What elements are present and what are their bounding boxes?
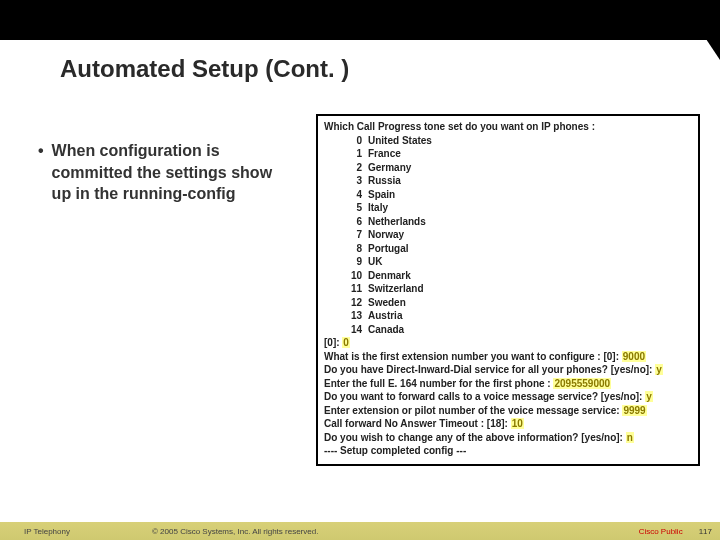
first-ext-label: What is the first extension number you w… — [324, 351, 622, 362]
tone-option-number: 3 — [324, 174, 368, 188]
tone-option: 13Austria — [324, 309, 692, 323]
tone-select-label: [0]: — [324, 337, 342, 348]
tone-option-number: 13 — [324, 309, 368, 323]
bullet-text: When configuration is committed the sett… — [52, 140, 288, 205]
tone-option-number: 4 — [324, 188, 368, 202]
e164-value: 2095559000 — [553, 378, 611, 389]
tone-option-number: 0 — [324, 134, 368, 148]
tone-option-number: 12 — [324, 296, 368, 310]
tone-option-name: Denmark — [368, 269, 411, 283]
e164-label: Enter the full E. 164 number for the fir… — [324, 378, 553, 389]
tone-option: 14Canada — [324, 323, 692, 337]
tone-option-number: 7 — [324, 228, 368, 242]
tone-option-name: Italy — [368, 201, 388, 215]
tone-option-number: 14 — [324, 323, 368, 337]
tone-option: 4Spain — [324, 188, 692, 202]
change-value: n — [626, 432, 634, 443]
tone-option-name: Sweden — [368, 296, 406, 310]
terminal-output-box: Which Call Progress tone set do you want… — [316, 114, 700, 466]
bullet-block: • When configuration is committed the se… — [38, 140, 288, 205]
tone-option-name: Norway — [368, 228, 404, 242]
footer-public: Cisco Public — [639, 527, 683, 536]
tone-select-value: 0 — [342, 337, 350, 348]
vm-forward-label: Do you want to forward calls to a voice … — [324, 391, 645, 402]
tone-option-name: Austria — [368, 309, 402, 323]
tone-option-name: Netherlands — [368, 215, 426, 229]
vm-pilot-value: 9999 — [622, 405, 646, 416]
tone-option-number: 9 — [324, 255, 368, 269]
tone-option: 0United States — [324, 134, 692, 148]
terminal-prompt: Which Call Progress tone set do you want… — [324, 120, 692, 134]
tone-option: 12Sweden — [324, 296, 692, 310]
tone-option-number: 2 — [324, 161, 368, 175]
cfna-label: Call forward No Answer Timeout : [18]: — [324, 418, 511, 429]
setup-complete-line: ---- Setup completed config --- — [324, 444, 692, 458]
change-label: Do you wish to change any of the above i… — [324, 432, 626, 443]
did-value: y — [655, 364, 663, 375]
black-topbar — [0, 0, 720, 40]
tone-option-number: 1 — [324, 147, 368, 161]
tone-option-name: Switzerland — [368, 282, 424, 296]
tone-option-name: France — [368, 147, 401, 161]
bullet-dot: • — [38, 140, 44, 205]
tone-option-number: 8 — [324, 242, 368, 256]
tone-option-name: Russia — [368, 174, 401, 188]
tone-option: 5Italy — [324, 201, 692, 215]
tone-option-number: 10 — [324, 269, 368, 283]
first-ext-value: 9000 — [622, 351, 646, 362]
tone-option: 8Portugal — [324, 242, 692, 256]
tone-option: 7Norway — [324, 228, 692, 242]
tone-option: 6Netherlands — [324, 215, 692, 229]
tone-option-name: Canada — [368, 323, 404, 337]
cfna-value: 10 — [511, 418, 524, 429]
tone-option: 10Denmark — [324, 269, 692, 283]
footer-course: IP Telephony — [24, 527, 152, 536]
corner-triangle — [680, 0, 720, 60]
tone-option-name: Germany — [368, 161, 411, 175]
footer-page: 117 — [699, 527, 712, 536]
tone-option-number: 5 — [324, 201, 368, 215]
tone-option: 1France — [324, 147, 692, 161]
tone-option-name: United States — [368, 134, 432, 148]
tone-option: 3Russia — [324, 174, 692, 188]
did-label: Do you have Direct-Inward-Dial service f… — [324, 364, 655, 375]
vm-forward-value: y — [645, 391, 653, 402]
tone-option-name: Portugal — [368, 242, 409, 256]
footer-copyright: © 2005 Cisco Systems, Inc. All rights re… — [152, 527, 639, 536]
tone-option: 2Germany — [324, 161, 692, 175]
tone-option: 11Switzerland — [324, 282, 692, 296]
vm-pilot-label: Enter extension or pilot number of the v… — [324, 405, 622, 416]
tone-option-name: Spain — [368, 188, 395, 202]
tone-option: 9UK — [324, 255, 692, 269]
footer-bar: IP Telephony © 2005 Cisco Systems, Inc. … — [0, 522, 720, 540]
tone-option-number: 11 — [324, 282, 368, 296]
tone-option-name: UK — [368, 255, 382, 269]
page-title: Automated Setup (Cont. ) — [60, 55, 349, 83]
tone-option-number: 6 — [324, 215, 368, 229]
